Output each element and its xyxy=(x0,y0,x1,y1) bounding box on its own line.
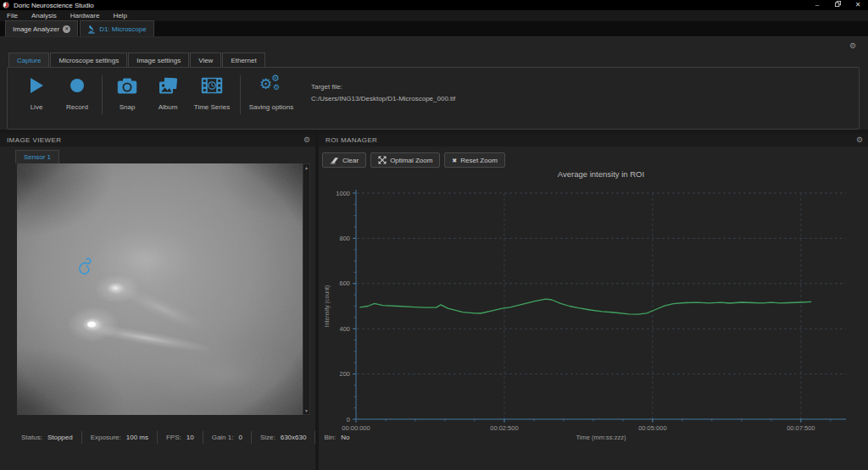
svg-text:00:05:000: 00:05:000 xyxy=(638,424,666,432)
restore-icon xyxy=(835,1,841,7)
tab-image-settings[interactable]: Image settings xyxy=(128,53,189,68)
tab-d1-microscope[interactable]: D1: Microscope xyxy=(80,20,154,36)
play-icon xyxy=(29,75,44,96)
gain-segment: Gain 1:0 xyxy=(203,431,252,444)
tab-close-icon[interactable]: ✕ xyxy=(63,25,70,33)
svg-text:800: 800 xyxy=(339,235,350,242)
gears-icon: ⚙ ⚙ ⚙ xyxy=(259,75,283,96)
svg-text:1000: 1000 xyxy=(336,190,350,197)
minimize-button[interactable]: – xyxy=(807,0,827,10)
svg-text:Intensity (count): Intensity (count) xyxy=(324,285,331,328)
app-window: Doric Neuroscience Studio – ✕ File Analy… xyxy=(0,0,868,470)
album-label: Album xyxy=(159,103,178,111)
eraser-icon xyxy=(330,156,339,164)
tab-d1-microscope-label: D1: Microscope xyxy=(99,25,147,33)
tab-microscope-settings[interactable]: Microscope settings xyxy=(50,53,127,68)
svg-text:Time (mm:ss:zzz): Time (mm:ss:zzz) xyxy=(576,434,626,441)
saving-options-label: Saving options xyxy=(249,103,293,111)
camera-icon xyxy=(117,75,137,96)
roi-manager-header: ROI MANAGER ⚙ xyxy=(319,134,868,147)
saving-options-button[interactable]: ⚙ ⚙ ⚙ Saving options xyxy=(245,75,298,111)
time-series-button[interactable]: Time Series xyxy=(188,75,236,111)
toolbar-divider xyxy=(102,75,103,114)
record-label: Record xyxy=(66,103,88,111)
photos-icon xyxy=(159,75,178,96)
image-viewer-title: IMAGE VIEWER xyxy=(0,136,61,144)
tab-ethernet[interactable]: Ethernet xyxy=(222,53,264,68)
optimal-zoom-label: Optimal Zoom xyxy=(390,157,432,164)
document-tab-bar: Image Analyzer ✕ D1: Microscope xyxy=(0,21,868,37)
microscope-icon xyxy=(87,25,96,34)
svg-text:0: 0 xyxy=(347,416,350,423)
close-button[interactable]: ✕ xyxy=(848,0,868,10)
tab-image-analyzer[interactable]: Image Analyzer ✕ xyxy=(5,20,78,36)
scroll-down-icon[interactable]: ▼ xyxy=(304,407,309,414)
capture-tab-bar: Capture Microscope settings Image settin… xyxy=(8,53,266,68)
svg-text:00:02:500: 00:02:500 xyxy=(490,424,518,432)
svg-text:600: 600 xyxy=(339,279,350,287)
tab-image-analyzer-label: Image Analyzer xyxy=(13,25,59,33)
target-file-label: Target file: xyxy=(311,81,455,93)
tab-capture[interactable]: Capture xyxy=(8,53,49,68)
svg-text:200: 200 xyxy=(339,370,350,378)
image-viewer-header: IMAGE VIEWER ⚙ xyxy=(0,134,315,147)
app-logo-icon xyxy=(3,2,9,8)
roi-manager-title: ROI MANAGER xyxy=(319,136,377,144)
tab-sensor-1[interactable]: Sensor 1 xyxy=(15,150,59,163)
svg-text:Average intensity in ROI: Average intensity in ROI xyxy=(558,169,644,179)
svg-text:400: 400 xyxy=(339,325,350,333)
fps-segment: FPS:10 xyxy=(158,431,203,444)
image-scrollbar[interactable]: ▲ ▼ xyxy=(303,163,310,415)
record-button[interactable]: Record xyxy=(57,75,97,111)
film-clock-icon xyxy=(201,75,223,96)
clear-label: Clear xyxy=(342,157,359,164)
time-series-label: Time Series xyxy=(194,103,230,111)
capture-status-bar: Status:Stopped Exposure:100 ms FPS:10 Ga… xyxy=(15,429,358,445)
capture-panel-gear-icon[interactable]: ⚙ xyxy=(849,42,856,50)
snap-label: Snap xyxy=(120,103,136,111)
reset-zoom-label: Reset Zoom xyxy=(460,157,498,164)
restore-button[interactable] xyxy=(827,0,848,10)
roi-intensity-chart[interactable]: 00:00:00000:02:50000:05:00000:07:5000200… xyxy=(319,164,868,470)
window-controls: – ✕ xyxy=(807,0,868,10)
album-button[interactable]: Album xyxy=(147,75,188,111)
image-viewer-gear-icon[interactable]: ⚙ xyxy=(303,136,315,144)
window-title: Doric Neuroscience Studio xyxy=(14,2,94,9)
sensor-1-label: Sensor 1 xyxy=(24,153,51,161)
size-segment: Size:630x630 xyxy=(252,431,316,444)
x-mark-icon: ✖ xyxy=(452,158,457,163)
scroll-up-icon[interactable]: ▲ xyxy=(304,164,309,171)
svg-text:00:00:000: 00:00:000 xyxy=(342,424,370,432)
snap-button[interactable]: Snap xyxy=(107,75,147,111)
live-label: Live xyxy=(31,103,43,111)
live-button[interactable]: Live xyxy=(16,75,57,111)
expand-arrows-icon xyxy=(378,156,387,164)
target-file-path: C:/Users/ING13/Desktop/D1-Microscope_000… xyxy=(311,93,455,105)
toolbar-divider xyxy=(240,75,241,114)
target-file-block: Target file: C:/Users/ING13/Desktop/D1-M… xyxy=(311,75,455,105)
record-circle-icon xyxy=(70,75,85,96)
status-segment: Status:Stopped xyxy=(15,431,82,444)
title-bar: Doric Neuroscience Studio – ✕ xyxy=(0,0,868,10)
capture-toolbar: Live Record Snap xyxy=(7,67,860,130)
roi-manager-gear-icon[interactable]: ⚙ xyxy=(856,136,868,144)
tab-view[interactable]: View xyxy=(190,53,221,68)
microscope-image[interactable] xyxy=(17,163,303,415)
exposure-segment: Exposure:100 ms xyxy=(82,431,158,444)
svg-text:00:07:500: 00:07:500 xyxy=(787,424,815,432)
